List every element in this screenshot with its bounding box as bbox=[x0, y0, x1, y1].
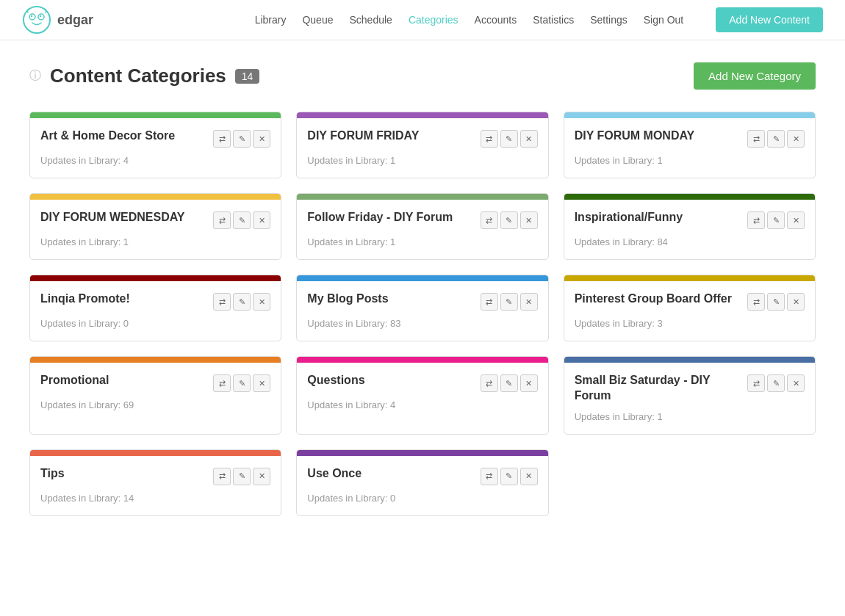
nav-links: Library Queue Schedule Categories Accoun… bbox=[255, 7, 823, 32]
card-subtitle: Updates in Library: 1 bbox=[575, 155, 805, 166]
edit-button[interactable]: ✎ bbox=[767, 130, 785, 148]
delete-button[interactable]: ✕ bbox=[787, 211, 805, 229]
card-actions: ⇄ ✎ ✕ bbox=[481, 293, 538, 311]
delete-button[interactable]: ✕ bbox=[253, 211, 270, 229]
card-header: Promotional ⇄ ✎ ✕ bbox=[40, 373, 270, 392]
delete-button[interactable]: ✕ bbox=[520, 468, 538, 485]
logo[interactable]: edgar bbox=[22, 5, 93, 35]
delete-button[interactable]: ✕ bbox=[787, 130, 805, 148]
delete-button[interactable]: ✕ bbox=[787, 293, 805, 311]
edit-button[interactable]: ✎ bbox=[767, 374, 785, 392]
page-title-row: ⓘ Content Categories 14 bbox=[29, 65, 259, 87]
card-body: My Blog Posts ⇄ ✎ ✕ Updates in Library: … bbox=[297, 281, 547, 341]
card-body: Inspirational/Funny ⇄ ✎ ✕ Updates in Lib… bbox=[564, 200, 815, 259]
card-body: Tips ⇄ ✎ ✕ Updates in Library: 14 bbox=[30, 456, 281, 515]
shuffle-button[interactable]: ⇄ bbox=[213, 130, 231, 148]
edit-button[interactable]: ✎ bbox=[233, 130, 251, 148]
card-subtitle: Updates in Library: 0 bbox=[307, 493, 537, 504]
nav-categories[interactable]: Categories bbox=[409, 14, 459, 26]
card-body: DIY FORUM FRIDAY ⇄ ✎ ✕ Updates in Librar… bbox=[297, 118, 547, 178]
edit-button[interactable]: ✎ bbox=[500, 130, 518, 148]
nav-queue[interactable]: Queue bbox=[302, 14, 333, 26]
edit-button[interactable]: ✎ bbox=[233, 211, 251, 229]
edit-button[interactable]: ✎ bbox=[233, 374, 251, 392]
delete-button[interactable]: ✕ bbox=[253, 130, 270, 148]
delete-button[interactable]: ✕ bbox=[253, 468, 270, 485]
shuffle-button[interactable]: ⇄ bbox=[481, 293, 498, 311]
card-color-bar bbox=[30, 275, 281, 281]
card-actions: ⇄ ✎ ✕ bbox=[213, 293, 270, 311]
card-title: My Blog Posts bbox=[307, 291, 480, 307]
delete-button[interactable]: ✕ bbox=[520, 211, 538, 229]
edit-button[interactable]: ✎ bbox=[233, 468, 251, 485]
card-title: Tips bbox=[40, 466, 213, 482]
card-actions: ⇄ ✎ ✕ bbox=[747, 374, 805, 392]
card-actions: ⇄ ✎ ✕ bbox=[213, 374, 270, 392]
shuffle-button[interactable]: ⇄ bbox=[481, 130, 498, 148]
card-title: DIY FORUM MONDAY bbox=[575, 128, 747, 144]
card-title: Pinterest Group Board Offer bbox=[575, 291, 747, 307]
nav-library[interactable]: Library bbox=[255, 14, 287, 26]
card-header: DIY FORUM MONDAY ⇄ ✎ ✕ bbox=[575, 128, 805, 148]
help-icon[interactable]: ⓘ bbox=[29, 68, 41, 84]
edit-button[interactable]: ✎ bbox=[500, 468, 518, 485]
delete-button[interactable]: ✕ bbox=[520, 293, 538, 311]
card-title: Art & Home Decor Store bbox=[40, 128, 213, 144]
card-header: Use Once ⇄ ✎ ✕ bbox=[307, 466, 537, 485]
card-body: Questions ⇄ ✎ ✕ Updates in Library: 4 bbox=[297, 363, 547, 422]
card-color-bar bbox=[564, 357, 815, 363]
category-card: DIY FORUM FRIDAY ⇄ ✎ ✕ Updates in Librar… bbox=[296, 112, 548, 178]
delete-button[interactable]: ✕ bbox=[520, 374, 538, 392]
card-title: Linqia Promote! bbox=[40, 291, 213, 307]
delete-button[interactable]: ✕ bbox=[520, 130, 538, 148]
card-actions: ⇄ ✎ ✕ bbox=[747, 211, 805, 229]
card-title: Questions bbox=[307, 373, 480, 388]
edit-button[interactable]: ✎ bbox=[500, 211, 518, 229]
shuffle-button[interactable]: ⇄ bbox=[213, 468, 231, 485]
category-card: DIY FORUM MONDAY ⇄ ✎ ✕ Updates in Librar… bbox=[564, 112, 816, 178]
delete-button[interactable]: ✕ bbox=[253, 293, 270, 311]
page-title: Content Categories bbox=[50, 65, 226, 87]
card-body: Small Biz Saturday - DIY Forum ⇄ ✎ ✕ Upd… bbox=[564, 363, 815, 434]
shuffle-button[interactable]: ⇄ bbox=[481, 374, 498, 392]
shuffle-button[interactable]: ⇄ bbox=[213, 374, 231, 392]
edit-button[interactable]: ✎ bbox=[233, 293, 251, 311]
edit-button[interactable]: ✎ bbox=[500, 374, 518, 392]
card-actions: ⇄ ✎ ✕ bbox=[747, 293, 805, 311]
card-color-bar bbox=[297, 275, 547, 281]
nav-accounts[interactable]: Accounts bbox=[475, 14, 517, 26]
card-body: Art & Home Decor Store ⇄ ✎ ✕ Updates in … bbox=[30, 118, 281, 178]
shuffle-button[interactable]: ⇄ bbox=[213, 293, 231, 311]
delete-button[interactable]: ✕ bbox=[253, 374, 270, 392]
edit-button[interactable]: ✎ bbox=[767, 293, 785, 311]
card-header: Linqia Promote! ⇄ ✎ ✕ bbox=[40, 291, 270, 311]
card-color-bar bbox=[564, 112, 815, 118]
nav-statistics[interactable]: Statistics bbox=[533, 14, 574, 26]
nav-schedule[interactable]: Schedule bbox=[349, 14, 392, 26]
card-body: Promotional ⇄ ✎ ✕ Updates in Library: 69 bbox=[30, 363, 281, 422]
card-subtitle: Updates in Library: 0 bbox=[40, 318, 270, 329]
nav-settings[interactable]: Settings bbox=[590, 14, 628, 26]
nav-signout[interactable]: Sign Out bbox=[644, 14, 683, 26]
category-card: Small Biz Saturday - DIY Forum ⇄ ✎ ✕ Upd… bbox=[564, 356, 816, 435]
edit-button[interactable]: ✎ bbox=[767, 211, 785, 229]
card-header: Follow Friday - DIY Forum ⇄ ✎ ✕ bbox=[307, 210, 537, 229]
shuffle-button[interactable]: ⇄ bbox=[481, 211, 498, 229]
shuffle-button[interactable]: ⇄ bbox=[213, 211, 231, 229]
card-subtitle: Updates in Library: 4 bbox=[307, 399, 537, 410]
shuffle-button[interactable]: ⇄ bbox=[747, 211, 765, 229]
main-content: ⓘ Content Categories 14 Add New Category… bbox=[0, 40, 845, 538]
card-body: Follow Friday - DIY Forum ⇄ ✎ ✕ Updates … bbox=[297, 200, 547, 259]
card-body: DIY FORUM MONDAY ⇄ ✎ ✕ Updates in Librar… bbox=[564, 118, 815, 178]
shuffle-button[interactable]: ⇄ bbox=[747, 130, 765, 148]
shuffle-button[interactable]: ⇄ bbox=[747, 293, 765, 311]
add-content-button[interactable]: Add New Content bbox=[716, 7, 823, 32]
add-category-button[interactable]: Add New Category bbox=[694, 62, 816, 90]
category-card: Follow Friday - DIY Forum ⇄ ✎ ✕ Updates … bbox=[296, 193, 548, 260]
edit-button[interactable]: ✎ bbox=[500, 293, 518, 311]
delete-button[interactable]: ✕ bbox=[787, 374, 805, 392]
shuffle-button[interactable]: ⇄ bbox=[481, 468, 498, 485]
shuffle-button[interactable]: ⇄ bbox=[747, 374, 765, 392]
card-title: DIY FORUM FRIDAY bbox=[307, 128, 480, 144]
category-card: Promotional ⇄ ✎ ✕ Updates in Library: 69 bbox=[29, 356, 281, 435]
